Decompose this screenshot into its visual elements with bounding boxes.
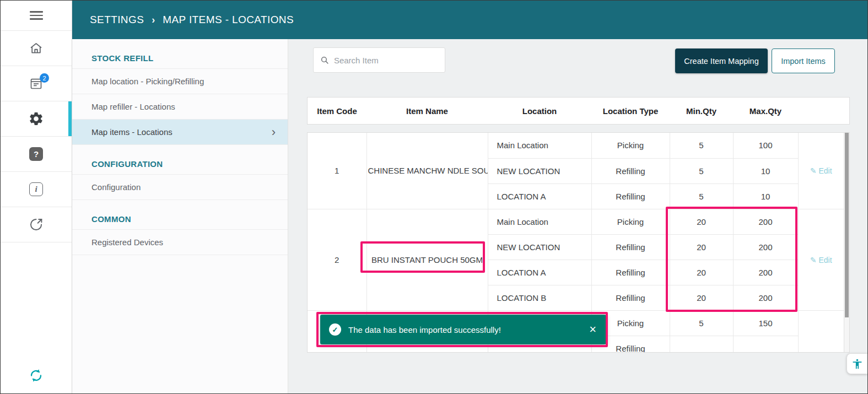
max-qty-cell: 200 — [733, 234, 798, 260]
rail-item-orders[interactable]: 2 — [1, 66, 72, 101]
sidebar-item-map-location[interactable]: Map location - Picking/Refilling — [72, 69, 288, 94]
rail-item-info[interactable]: i — [1, 172, 72, 207]
col-header-item-name: Item Name — [366, 106, 488, 116]
item-code-cell: 2 — [308, 209, 366, 310]
edit-label: Edit — [819, 256, 832, 265]
settings-gear-icon — [28, 111, 44, 127]
location-cell: NEW LOCATION — [488, 234, 591, 260]
location-cell: NEW LOCATION — [488, 158, 591, 183]
edit-cell: ✎ Edit — [798, 133, 844, 209]
sidebar-section-configuration: CONFIGURATION — [91, 159, 288, 169]
location-type-cell: Refilling — [591, 260, 670, 285]
location-type-cell: Refilling — [591, 285, 670, 310]
max-qty-cell: 100 — [733, 133, 798, 158]
max-qty-cell: 200 — [733, 285, 798, 310]
hamburger-menu-icon — [30, 9, 43, 22]
table-row: 2 BRU INSTANT POUCH 50GM Main Location P… — [308, 209, 844, 234]
max-qty-cell: 10 — [733, 158, 798, 183]
sync-icon — [28, 368, 44, 384]
app-root: 2 ? i SETTIN — [0, 0, 868, 394]
info-icon: i — [29, 182, 43, 196]
location-cell: LOCATION A — [488, 260, 591, 285]
location-type-cell: Refilling — [591, 234, 670, 260]
location-type-cell: Picking — [591, 133, 670, 158]
col-header-max-qty: Max.Qty — [733, 106, 798, 116]
toast-message: The data has been imported successfully! — [348, 325, 582, 334]
location-cell: LOCATION A — [488, 183, 591, 209]
location-type-cell: Refilling — [591, 158, 670, 183]
sidebar-item-label: Configuration — [91, 182, 141, 192]
rail-item-home[interactable] — [1, 31, 72, 66]
accessibility-widget-button[interactable] — [847, 353, 867, 374]
rail-item-settings[interactable] — [1, 101, 72, 137]
item-name-cell: CHINESE MANCHW NDLE SOUP — [366, 133, 488, 209]
location-type-cell: Refilling — [591, 183, 670, 209]
icon-rail: 2 ? i — [1, 1, 72, 393]
sidebar-item-map-items[interactable]: Map items - Locations › — [72, 120, 288, 145]
settings-sidebar: STOCK REFILL Map location - Picking/Refi… — [72, 39, 288, 393]
search-input[interactable] — [334, 56, 438, 65]
location-type-cell: Picking — [591, 209, 670, 234]
import-items-button[interactable]: Import Items — [772, 48, 835, 73]
edit-item-button[interactable]: ✎ Edit — [810, 166, 832, 175]
sidebar-item-label: Map location - Picking/Refilling — [91, 77, 204, 86]
sidebar-item-registered-devices[interactable]: Registered Devices — [72, 230, 288, 255]
item-code-cell: 1 — [308, 133, 366, 209]
search-box[interactable] — [313, 47, 445, 73]
home-icon — [29, 41, 44, 56]
min-qty-cell: 5 — [670, 183, 733, 209]
sidebar-item-map-refiller[interactable]: Map refiller - Locations — [72, 94, 288, 120]
max-qty-cell: 200 — [733, 260, 798, 285]
breadcrumb-section[interactable]: SETTINGS — [90, 14, 144, 26]
breadcrumb-page-title: MAP ITEMS - LOCATIONS — [163, 14, 294, 26]
item-name-cell: BRU INSTANT POUCH 50GM — [366, 209, 488, 310]
table-scrollbar[interactable] — [844, 133, 849, 352]
topbar: SETTINGS › MAP ITEMS - LOCATIONS — [72, 1, 867, 39]
min-qty-cell — [670, 336, 733, 353]
toast-close-icon[interactable]: × — [589, 323, 596, 336]
min-qty-cell: 20 — [670, 234, 733, 260]
edit-pencil-icon: ✎ — [810, 256, 817, 265]
rail-item-help[interactable]: ? — [1, 137, 72, 172]
table-header: Item Code Item Name Location Location Ty… — [307, 97, 850, 125]
sidebar-item-configuration[interactable]: Configuration — [72, 175, 288, 200]
sidebar-item-label: Map items - Locations — [91, 127, 172, 137]
help-icon: ? — [29, 147, 43, 161]
min-qty-cell: 20 — [670, 209, 733, 234]
min-qty-cell: 5 — [670, 133, 733, 158]
edit-label: Edit — [819, 166, 832, 175]
max-qty-cell: 10 — [733, 183, 798, 209]
accessibility-icon — [851, 358, 863, 370]
edit-item-button[interactable]: ✎ Edit — [810, 256, 832, 265]
col-header-location: Location — [488, 106, 591, 116]
max-qty-cell: 200 — [733, 209, 798, 234]
edit-cell: ✎ Edit — [798, 209, 844, 310]
min-qty-cell: 20 — [670, 260, 733, 285]
sidebar-section-stock-refill: STOCK REFILL — [91, 53, 288, 63]
search-icon — [320, 55, 329, 65]
scrollbar-thumb[interactable] — [845, 133, 849, 317]
location-cell: Main Location — [488, 133, 591, 158]
rail-item-logout[interactable] — [1, 207, 72, 242]
chevron-right-icon: › — [272, 120, 276, 145]
location-cell: LOCATION B — [488, 285, 591, 310]
table-row: 1 CHINESE MANCHW NDLE SOUP Main Location… — [308, 133, 844, 158]
min-qty-cell: 20 — [670, 285, 733, 310]
min-qty-cell: 5 — [670, 158, 733, 183]
sync-button[interactable] — [1, 368, 72, 384]
sidebar-item-label: Map refiller - Locations — [91, 102, 175, 111]
max-qty-cell: 150 — [733, 310, 798, 336]
hamburger-menu-button[interactable] — [1, 1, 72, 31]
edit-pencil-icon: ✎ — [810, 166, 817, 175]
col-header-min-qty: Min.Qty — [670, 106, 733, 116]
breadcrumb-separator-icon: › — [152, 14, 155, 26]
orders-badge: 2 — [40, 73, 49, 83]
edit-cell — [798, 310, 844, 353]
max-qty-cell — [733, 336, 798, 353]
success-toast: ✓ The data has been imported successfull… — [320, 315, 606, 344]
create-item-mapping-button[interactable]: Create Item Mapping — [675, 48, 768, 73]
main-content: Create Item Mapping Import Items Item Co… — [289, 39, 867, 393]
col-header-item-code: Item Code — [308, 106, 366, 116]
col-header-location-type: Location Type — [591, 106, 670, 116]
logout-icon — [29, 217, 44, 232]
